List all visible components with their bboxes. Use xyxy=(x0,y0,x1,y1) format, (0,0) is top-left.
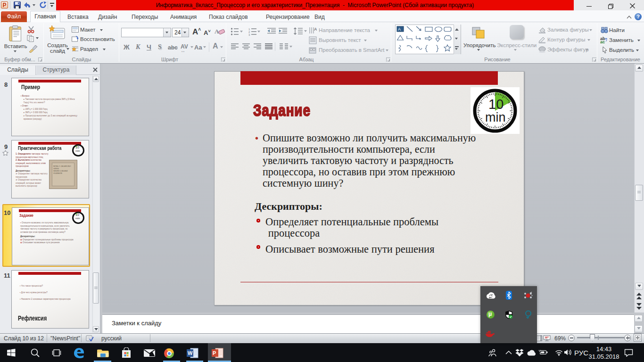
svg-text:P: P xyxy=(213,350,216,356)
svg-text:ac: ac xyxy=(600,40,605,43)
svg-text:min: min xyxy=(485,110,506,124)
svg-text:3: 3 xyxy=(248,33,250,36)
svg-text:А: А xyxy=(314,27,317,32)
svg-text:W: W xyxy=(188,350,193,356)
svg-text:10: 10 xyxy=(488,97,504,112)
svg-text:A: A xyxy=(398,27,401,32)
svg-text:A: A xyxy=(215,28,219,35)
